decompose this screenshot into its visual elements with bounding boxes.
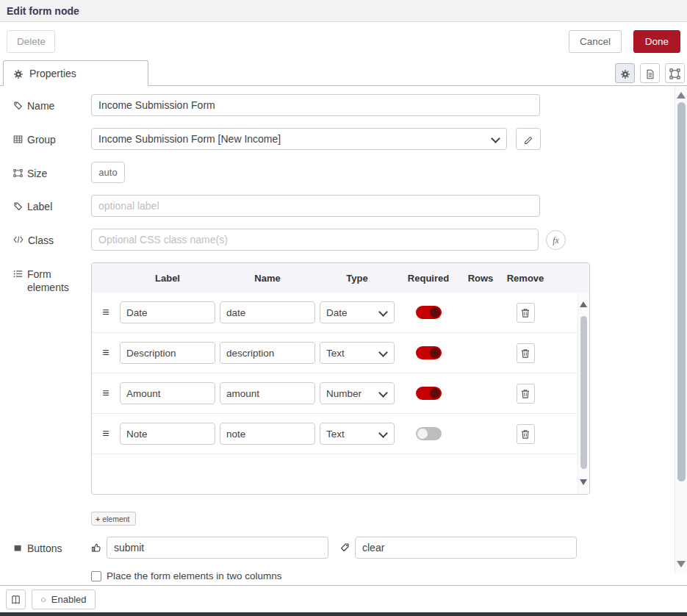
code-icon xyxy=(13,235,24,244)
buttons-label: Buttons xyxy=(27,542,62,555)
label-input[interactable] xyxy=(91,195,540,217)
list-icon xyxy=(13,269,23,279)
element-type-select[interactable]: Date xyxy=(320,301,395,323)
drag-handle-icon[interactable] xyxy=(96,346,115,359)
buttons-row: Buttons xyxy=(13,537,687,559)
cancel-button[interactable]: Cancel xyxy=(569,30,622,53)
dialog-footer: Enabled xyxy=(0,585,687,612)
required-toggle[interactable] xyxy=(416,306,442,319)
header-name: Name xyxy=(220,273,315,284)
form-element-row: Text xyxy=(92,414,578,454)
form-elements-label: Form elements xyxy=(27,268,91,294)
element-type-select[interactable]: Number xyxy=(320,382,395,404)
element-name-input[interactable] xyxy=(220,423,315,445)
class-row: Class xyxy=(13,229,687,251)
gear-icon xyxy=(620,69,630,79)
table-scrollbar[interactable] xyxy=(578,293,589,494)
add-element-button[interactable]: element xyxy=(91,512,136,526)
element-name-input[interactable] xyxy=(220,301,315,323)
scroll-up-icon[interactable] xyxy=(677,92,686,99)
header-remove: Remove xyxy=(503,273,547,284)
element-name-input[interactable] xyxy=(220,382,315,404)
element-label-input[interactable] xyxy=(120,342,215,364)
form-elements-label-wrap: Form elements xyxy=(13,262,91,294)
node-help-button[interactable] xyxy=(6,590,26,609)
size-label: Size xyxy=(27,167,47,180)
book-icon xyxy=(10,595,21,606)
size-auto-button[interactable]: auto xyxy=(91,162,125,183)
form-element-row: Text xyxy=(92,333,578,373)
enabled-circle-icon xyxy=(40,594,46,605)
size-label-wrap: Size xyxy=(13,162,91,180)
delete-button[interactable]: Delete xyxy=(7,30,55,53)
main-scrollbar[interactable] xyxy=(675,86,687,573)
node-enabled-button[interactable]: Enabled xyxy=(32,590,96,609)
edit-group-button[interactable] xyxy=(516,128,541,150)
element-name-input[interactable] xyxy=(220,342,315,364)
element-label-input[interactable] xyxy=(120,382,215,404)
tag-icon xyxy=(13,101,23,110)
required-toggle[interactable] xyxy=(416,387,442,400)
editor-tabs: Properties xyxy=(0,60,687,86)
two-columns-checkbox[interactable] xyxy=(91,571,101,581)
scroll-down-icon[interactable] xyxy=(677,561,686,567)
class-label: Class xyxy=(28,234,54,247)
submit-label-input[interactable] xyxy=(107,537,328,559)
dialog-titlebar: Edit form node xyxy=(0,0,687,22)
trash-icon xyxy=(521,308,530,318)
expression-fx-button[interactable] xyxy=(546,230,566,250)
label-label: Label xyxy=(27,200,52,213)
delete-element-button[interactable] xyxy=(517,303,535,323)
tag-icon xyxy=(340,542,350,552)
drag-handle-icon[interactable] xyxy=(96,306,115,319)
form-element-row: Number xyxy=(92,373,578,414)
name-input[interactable] xyxy=(91,94,540,116)
scroll-down-icon[interactable] xyxy=(580,479,587,485)
description-tab-button[interactable] xyxy=(640,63,660,83)
workspace-edge xyxy=(0,612,687,616)
properties-panel: Name Group Income Submission Form [New I… xyxy=(0,86,687,585)
group-label: Group xyxy=(27,133,56,146)
header-rows: Rows xyxy=(462,273,499,284)
form-element-row: Date xyxy=(92,293,578,333)
drag-handle-icon[interactable] xyxy=(96,387,115,400)
delete-element-button[interactable] xyxy=(517,384,535,404)
element-type-select[interactable]: Text xyxy=(320,423,395,445)
required-toggle[interactable] xyxy=(416,346,442,359)
gear-icon xyxy=(13,69,24,79)
appearance-tab-button[interactable] xyxy=(665,63,685,83)
group-row: Group Income Submission Form [New Income… xyxy=(13,128,687,150)
main-scrollbar-thumb[interactable] xyxy=(677,102,686,481)
element-type-select[interactable]: Text xyxy=(320,342,395,364)
element-type-select-wrap: Text xyxy=(320,423,395,445)
done-button[interactable]: Done xyxy=(633,30,680,53)
document-icon xyxy=(645,69,655,79)
dialog-buttonbar: Delete Cancel Done xyxy=(0,22,687,60)
table-scrollbar-thumb[interactable] xyxy=(580,316,587,469)
dialog-action-buttons: Cancel Done xyxy=(569,30,680,53)
label-label-wrap: Label xyxy=(13,195,91,213)
delete-element-button[interactable] xyxy=(517,424,535,444)
thumbs-up-icon xyxy=(91,542,101,553)
header-type: Type xyxy=(320,273,395,284)
clear-label-input[interactable] xyxy=(355,537,577,559)
trash-icon xyxy=(521,389,530,399)
element-type-select-wrap: Number xyxy=(320,382,395,404)
tab-properties[interactable]: Properties xyxy=(3,60,148,86)
class-label-wrap: Class xyxy=(13,229,91,247)
properties-tab-button[interactable] xyxy=(615,63,635,83)
group-select[interactable]: Income Submission Form [New Income] xyxy=(91,128,507,150)
drag-handle-icon[interactable] xyxy=(96,427,115,440)
name-label: Name xyxy=(27,99,54,112)
element-label-input[interactable] xyxy=(120,423,215,445)
class-input[interactable] xyxy=(91,229,539,251)
delete-element-button[interactable] xyxy=(517,343,535,363)
required-toggle[interactable] xyxy=(416,427,442,440)
element-label-input[interactable] xyxy=(120,301,215,323)
square-icon xyxy=(13,543,23,553)
form-elements-body: Date xyxy=(92,293,589,494)
element-type-select-wrap: Date xyxy=(320,301,395,323)
scroll-up-icon[interactable] xyxy=(580,301,587,307)
plus-icon xyxy=(96,515,100,523)
pencil-icon xyxy=(524,135,533,145)
